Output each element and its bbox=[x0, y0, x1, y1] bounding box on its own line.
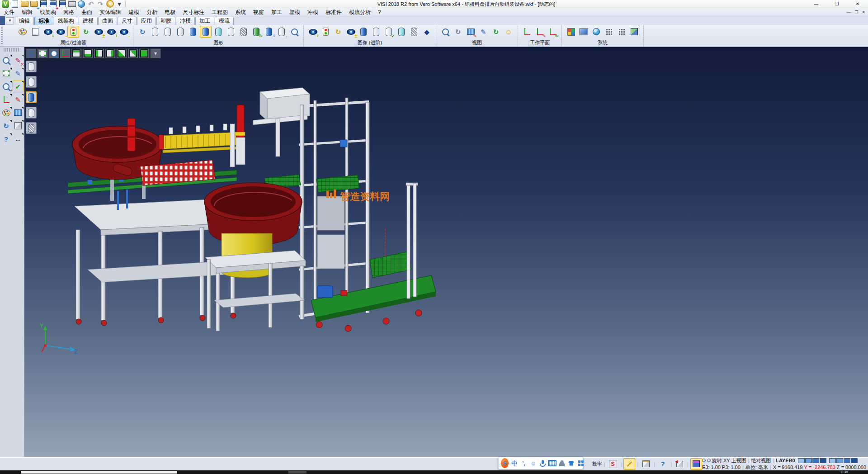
hide-all-icon[interactable]: - bbox=[118, 26, 130, 38]
undo-icon[interactable]: ↶ bbox=[86, 0, 95, 8]
properties-palette-icon[interactable] bbox=[17, 26, 28, 38]
ime-mode-cn-icon[interactable]: 中 bbox=[510, 458, 519, 468]
display-settings-icon[interactable] bbox=[578, 26, 590, 38]
workplane-xy-icon[interactable] bbox=[521, 26, 533, 38]
tab-3[interactable]: 建模 bbox=[79, 17, 98, 25]
viewport-3d[interactable]: 智造资料网 Y Z ▾ bbox=[24, 47, 868, 457]
menu-item-0[interactable]: 文件 bbox=[0, 9, 18, 15]
menu-item-7[interactable]: 分析 bbox=[143, 9, 161, 15]
adv-layer-cyan-icon[interactable] bbox=[396, 26, 407, 38]
mini-layer-4-icon[interactable] bbox=[26, 107, 37, 118]
tab-0[interactable]: 编辑 bbox=[15, 17, 34, 25]
layer-add-icon[interactable]: + bbox=[263, 26, 275, 38]
mini-layer-current-icon[interactable] bbox=[26, 91, 37, 103]
ribbon-grip[interactable] bbox=[1, 27, 3, 45]
tab-1[interactable]: 标准 bbox=[34, 17, 53, 25]
current-layer-label[interactable]: LAYER0 bbox=[776, 458, 795, 463]
spline-sketch-icon[interactable]: ✎ bbox=[12, 67, 24, 79]
erase-sketch-icon[interactable]: ✎✕ bbox=[12, 54, 24, 66]
close-button[interactable]: ✕ bbox=[847, 0, 868, 8]
tab-10[interactable]: 模流 bbox=[215, 17, 234, 25]
help-icon[interactable]: ? bbox=[0, 133, 12, 145]
view-menu-icon[interactable] bbox=[26, 48, 37, 58]
render-globe-icon[interactable] bbox=[590, 26, 602, 38]
menu-item-11[interactable]: 系统 bbox=[231, 9, 250, 15]
adv-refresh-icon[interactable]: ↻ bbox=[332, 26, 344, 38]
tab-8[interactable]: 冲模 bbox=[176, 17, 195, 25]
show-remove-icon[interactable]: - bbox=[55, 26, 66, 38]
adv-traffic-light-icon[interactable] bbox=[320, 26, 331, 38]
layer-hatched-icon[interactable] bbox=[238, 26, 250, 38]
workplane-align-icon[interactable]: ↻ bbox=[547, 26, 558, 38]
refresh-layers-icon[interactable]: ↻ bbox=[137, 26, 148, 38]
stopwatch-icon[interactable] bbox=[105, 0, 114, 8]
qat-more-icon[interactable]: ▾ bbox=[115, 0, 124, 8]
move-origin-icon[interactable] bbox=[0, 94, 12, 105]
menu-item-13[interactable]: 加工 bbox=[268, 9, 286, 15]
layer-current-icon[interactable] bbox=[200, 26, 212, 38]
mdi-minimize-button[interactable]: — bbox=[847, 10, 851, 14]
tab-6[interactable]: 应用 bbox=[137, 17, 156, 25]
ime-toolbox-icon[interactable] bbox=[576, 458, 585, 468]
taskbar-segment[interactable] bbox=[288, 471, 307, 474]
menu-item-8[interactable]: 电极 bbox=[161, 9, 179, 15]
save-all-icon[interactable]: ↑ bbox=[58, 0, 67, 8]
frame-select-icon[interactable] bbox=[0, 67, 12, 79]
layer-empty-3-icon[interactable] bbox=[175, 26, 186, 38]
minimize-button[interactable]: — bbox=[806, 0, 826, 8]
tab-5[interactable]: 尺寸 bbox=[118, 17, 137, 25]
view-cube-icon[interactable] bbox=[628, 26, 640, 38]
maximize-button[interactable]: ❐ bbox=[826, 0, 847, 8]
snap-lock-icon[interactable]: S bbox=[607, 458, 619, 470]
view-back-icon[interactable] bbox=[116, 48, 127, 58]
adv-show-toggle-icon[interactable]: ± bbox=[345, 26, 357, 38]
mini-layer-2-icon[interactable] bbox=[26, 76, 37, 88]
tab-9[interactable]: 加工 bbox=[195, 17, 214, 25]
view-rotate-icon[interactable]: ↻ bbox=[452, 26, 464, 38]
dynamic-cube-icon[interactable] bbox=[640, 458, 652, 470]
menu-item-15[interactable]: 冲模 bbox=[304, 9, 322, 15]
attributes-books-icon[interactable] bbox=[0, 107, 12, 118]
print-icon[interactable]: ↑ bbox=[67, 0, 76, 8]
layer-recycle-icon[interactable]: ↻ bbox=[250, 26, 262, 38]
line-sketch-icon[interactable]: ✎ bbox=[477, 26, 489, 38]
menu-item-6[interactable]: 建模 bbox=[125, 9, 143, 15]
menu-item-9[interactable]: 尺寸标注 bbox=[179, 9, 208, 15]
layer-color-bars-1[interactable] bbox=[798, 458, 826, 463]
view-left-icon[interactable] bbox=[94, 48, 104, 58]
layer-color-bars-2[interactable] bbox=[829, 458, 858, 463]
view-axes-icon[interactable] bbox=[60, 48, 71, 58]
new-file-icon[interactable] bbox=[10, 0, 19, 8]
menu-item-16[interactable]: 标准件 bbox=[322, 9, 345, 15]
panel-grip[interactable] bbox=[4, 48, 20, 52]
shaded-cube-icon[interactable] bbox=[690, 458, 702, 470]
ime-punct-icon[interactable]: ’, bbox=[519, 458, 528, 468]
show-all-icon[interactable]: + bbox=[105, 26, 117, 38]
layer-blue-icon[interactable] bbox=[187, 26, 199, 38]
adv-layer-check-icon[interactable]: ✔ bbox=[383, 26, 395, 38]
grid-settings-icon[interactable] bbox=[603, 26, 615, 38]
show-toggle-icon[interactable]: ± bbox=[93, 26, 104, 38]
shade-cube-icon[interactable] bbox=[12, 120, 24, 132]
menu-item-10[interactable]: 工程图 bbox=[208, 9, 231, 15]
show-add-icon[interactable]: + bbox=[42, 26, 54, 38]
ime-person-icon[interactable] bbox=[557, 458, 566, 468]
menu-item-12[interactable]: 视窗 bbox=[250, 9, 268, 15]
measure-distance-icon[interactable]: ↔ bbox=[12, 133, 24, 145]
freehand-sketch-icon[interactable]: ✎ bbox=[12, 94, 24, 105]
view-iso-icon[interactable] bbox=[139, 48, 150, 58]
ime-mic-icon[interactable] bbox=[538, 458, 547, 468]
preview-icon[interactable] bbox=[77, 0, 86, 8]
save-as-icon[interactable]: + bbox=[48, 0, 57, 8]
isolate-cube-icon[interactable] bbox=[674, 458, 685, 470]
menu-item-14[interactable]: 塑模 bbox=[286, 9, 304, 15]
view-refresh-icon[interactable]: ↻ bbox=[490, 26, 502, 38]
taskbar[interactable]: 11:46 bbox=[0, 470, 868, 474]
ime-emoji-icon[interactable]: ☺ bbox=[529, 458, 538, 468]
color-settings-icon[interactable] bbox=[565, 26, 577, 38]
ime-keyboard-icon[interactable] bbox=[548, 458, 557, 468]
layer-cyan-icon[interactable] bbox=[212, 26, 224, 38]
view-top-icon[interactable] bbox=[71, 48, 82, 58]
highlight-wand-icon[interactable] bbox=[623, 458, 635, 470]
adv-show-add-icon[interactable]: + bbox=[307, 26, 319, 38]
